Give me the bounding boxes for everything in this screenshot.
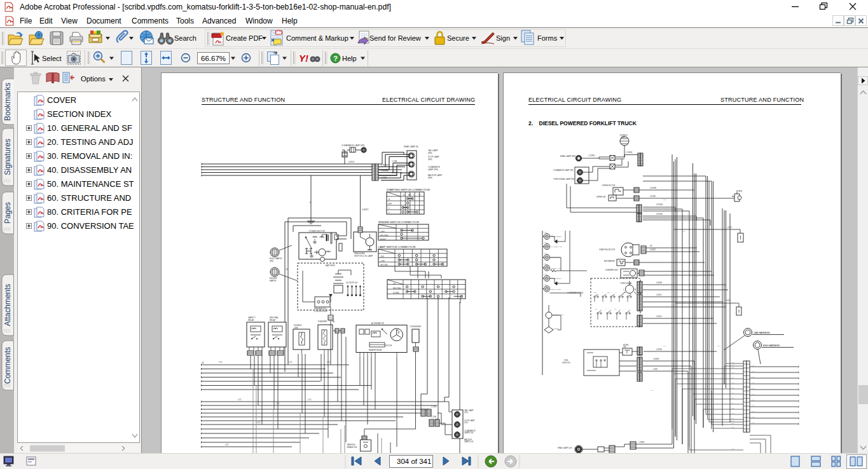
svg-text:ALTERNATOR: ALTERNATOR (371, 322, 385, 325)
svg-text:OH: OH (614, 308, 617, 309)
svg-text:HOUR METER: HOUR METER (551, 236, 561, 238)
svg-text:0.85: 0.85 (752, 405, 755, 406)
svg-text:1.25RW: 1.25RW (638, 441, 645, 444)
svg-text:(LH): (LH) (464, 411, 468, 414)
svg-text:(RH): (RH) (428, 158, 432, 161)
svg-text:0.85: 0.85 (752, 422, 755, 423)
svg-text:B: B (403, 194, 404, 196)
svg-text:DIODE: DIODE (553, 328, 558, 330)
svg-text:FLASHER: FLASHER (318, 320, 327, 323)
svg-text:0.85: 0.85 (731, 448, 734, 449)
svg-text:0.85: 0.85 (752, 365, 755, 366)
svg-text:NEUTRAL: NEUTRAL (393, 287, 401, 290)
svg-text:0.85: 0.85 (731, 362, 734, 363)
svg-text:WINKER SWITCH CONNECTION: WINKER SWITCH CONNECTION (378, 221, 419, 224)
svg-text:0.85: 0.85 (238, 398, 242, 401)
svg-text:Attachments: Attachments (3, 284, 12, 327)
svg-text:FLASHER UNIT: FLASHER UNIT (605, 269, 618, 271)
svg-text:0.85GB: 0.85GB (656, 213, 663, 215)
svg-text:0.85: 0.85 (731, 423, 734, 424)
svg-text:0.85: 0.85 (731, 426, 734, 428)
svg-text:WIPER SW: WIPER SW (596, 196, 606, 198)
svg-text:B: B (286, 268, 287, 271)
svg-text:0.85WB: 0.85WB (650, 187, 656, 189)
svg-text:Select: Select (42, 55, 62, 62)
svg-text:1.25Y: 1.25Y (544, 252, 548, 254)
svg-text:1.25Y: 1.25Y (544, 284, 548, 285)
svg-text:Help: Help (342, 55, 357, 62)
svg-text:0.85: 0.85 (731, 364, 734, 365)
svg-text:1.25Y: 1.25Y (544, 263, 548, 264)
svg-text:0.85: 0.85 (276, 402, 280, 405)
svg-text:PRESS LAMP: PRESS LAMP (551, 268, 561, 269)
svg-text:WIPER MOTOR: WIPER MOTOR (602, 184, 615, 187)
svg-text:0.85: 0.85 (731, 402, 734, 404)
svg-text:OFF: OFF (624, 292, 627, 293)
svg-text:1.25RW: 1.25RW (626, 151, 632, 154)
svg-text:0.85GL: 0.85GL (656, 294, 662, 296)
svg-text:0.85RW: 0.85RW (381, 164, 389, 167)
svg-text:R: R (310, 201, 312, 204)
svg-text:Sign: Sign (496, 34, 510, 42)
svg-text:304 of 341: 304 of 341 (397, 458, 431, 465)
svg-text:(RH): (RH) (428, 152, 432, 154)
svg-text:R: R (635, 289, 637, 291)
svg-text:0.85Y: 0.85Y (663, 199, 667, 201)
svg-text:1.25Y: 1.25Y (544, 241, 548, 243)
svg-text:COMBINATION SW: COMBINATION SW (567, 292, 583, 294)
svg-text:HEAD LAMP (LH): HEAD LAMP (LH) (558, 447, 572, 449)
svg-text:TURN SIGNAL: TURN SIGNAL (620, 282, 632, 285)
svg-text:0.85BW: 0.85BW (653, 358, 659, 360)
svg-text:Comment & Markup: Comment & Markup (286, 34, 348, 42)
svg-text:0.85: 0.85 (752, 376, 755, 377)
svg-text:UP: UP (393, 283, 396, 285)
svg-text:FUEL GAUGE: FUEL GAUGE (551, 289, 561, 290)
svg-text:Search: Search (174, 34, 196, 42)
svg-text:0.85: 0.85 (731, 397, 734, 398)
svg-text:SECOND: SECOND (380, 264, 388, 266)
svg-text:0.85B: 0.85B (653, 368, 658, 370)
svg-text:1.25B: 1.25B (431, 405, 436, 408)
svg-text:LOW: LOW (380, 260, 385, 262)
svg-text:0.85RB: 0.85RB (381, 170, 389, 172)
svg-text:0.85Y: 0.85Y (717, 345, 721, 347)
svg-text:L: L (623, 289, 624, 291)
svg-text:0.85: 0.85 (731, 387, 734, 388)
svg-text:OFF: OFF (380, 255, 384, 258)
svg-text:L: L (624, 308, 625, 309)
svg-text:OFF: OFF (594, 292, 597, 293)
svg-text:HEATER RELAY: HEATER RELAY (369, 349, 382, 351)
svg-text:ST: ST (418, 194, 421, 196)
svg-text:(FR): (FR) (270, 260, 273, 262)
svg-text:0.85: 0.85 (327, 361, 331, 364)
svg-text:ENGINE OIL: ENGINE OIL (551, 257, 560, 259)
svg-text:0.85G: 0.85G (348, 161, 355, 163)
svg-text:STARTING MOTOR: STARTING MOTOR (599, 248, 615, 251)
svg-text:BRAKE SW: BRAKE SW (347, 446, 357, 449)
svg-text:LAMP (RH): LAMP (RH) (428, 168, 438, 171)
svg-text:0.85: 0.85 (752, 388, 755, 389)
svg-text:Create PDF: Create PDF (226, 34, 263, 42)
svg-text:0.85: 0.85 (225, 444, 229, 446)
svg-text:0.85Y: 0.85Y (682, 231, 686, 233)
svg-text:0.85: 0.85 (219, 361, 223, 364)
svg-text:5A: 5A (332, 320, 334, 323)
svg-text:LINK: LINK (621, 136, 624, 139)
svg-text:0.85: 0.85 (731, 372, 734, 373)
svg-text:0.85: 0.85 (752, 393, 755, 395)
svg-text:MOTOR: MOTOR (385, 344, 392, 347)
svg-text:0.85: 0.85 (731, 418, 734, 419)
svg-text:1.25B: 1.25B (431, 416, 436, 418)
svg-text:NEUTRAL: NEUTRAL (380, 234, 389, 237)
svg-text:5B: 5B (650, 245, 652, 247)
svg-text:OH: OH (595, 308, 598, 309)
svg-text:0.85RY: 0.85RY (362, 208, 369, 211)
svg-text:0.85: 0.85 (257, 421, 261, 424)
svg-text:LEFT: LEFT (380, 231, 385, 233)
svg-text:1.25B: 1.25B (392, 160, 397, 163)
svg-text:0.85: 0.85 (731, 412, 734, 414)
svg-text:Pages: Pages (3, 202, 12, 224)
svg-text:0.85WL: 0.85WL (650, 195, 656, 198)
svg-text:0.85: 0.85 (289, 361, 293, 364)
svg-text:0.85: 0.85 (731, 382, 734, 383)
